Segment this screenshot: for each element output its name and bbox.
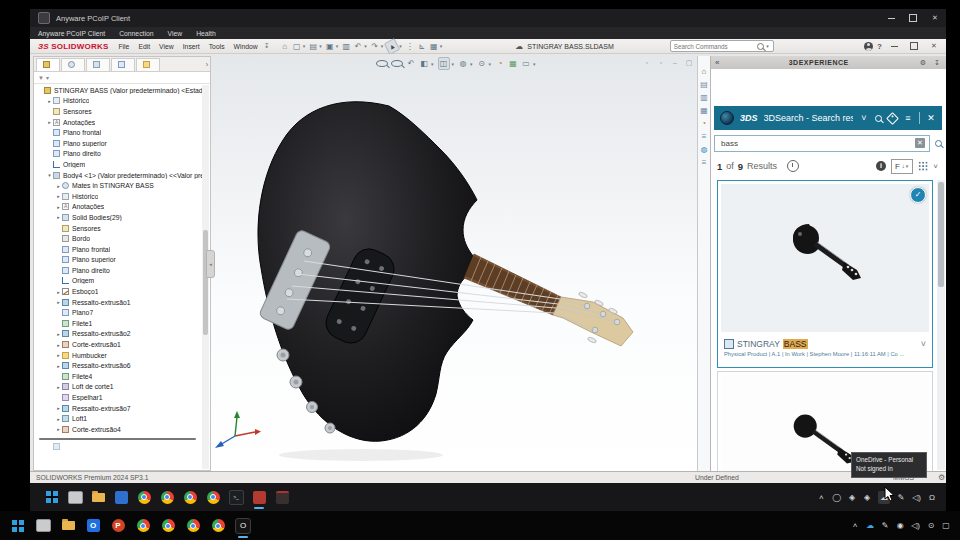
rollback-bar[interactable]	[39, 438, 196, 440]
filter-funnel-icon[interactable]: ▼	[38, 75, 44, 81]
panel-pin-icon[interactable]: ↧	[932, 57, 942, 68]
tree-item-cut-24[interactable]: ▸Corte-extrusão1	[35, 339, 202, 350]
menu-connection[interactable]: Connection	[119, 30, 153, 37]
pcoip-close-button[interactable]: ✕	[924, 9, 946, 27]
view-orientation-icon[interactable]: ◫	[438, 57, 450, 70]
tree-item-origin-7[interactable]: Origem	[35, 159, 202, 170]
menu-anyware-pcoip-client[interactable]: Anyware PCoIP Client	[38, 30, 105, 37]
appearances-tab-icon[interactable]: ◔	[700, 118, 709, 128]
mass-properties-icon[interactable]: ▦	[429, 41, 439, 52]
tree-scrollbar-thumb[interactable]	[203, 230, 208, 335]
expand-arrow[interactable]: ▸	[55, 214, 62, 220]
tree-item-extrude-26[interactable]: ▸Ressalto-extrusão6	[35, 360, 202, 371]
chrome-button-4[interactable]	[205, 489, 221, 505]
chrome-button-4[interactable]	[210, 518, 226, 534]
blue-app-button[interactable]	[113, 489, 129, 505]
tree-item-extrude-23[interactable]: ▸Ressalto-extrusão2	[35, 329, 202, 340]
tree-item-plane-4[interactable]: Plano frontal	[35, 127, 202, 138]
help-icon[interactable]: ?	[877, 42, 882, 51]
start-button[interactable]	[10, 518, 26, 534]
widget-close-icon[interactable]: ✕	[926, 113, 936, 124]
result-expand-chevron[interactable]: ˅	[921, 339, 926, 349]
outlook-button[interactable]: O	[85, 518, 101, 534]
section-view-icon-caret[interactable]: ▾	[431, 61, 434, 67]
clear-search-icon[interactable]: ✕	[915, 138, 925, 148]
tree-item-plane-17[interactable]: Plano direito	[35, 265, 202, 276]
tab-dimxpertmanager[interactable]	[111, 58, 135, 71]
tree-item-extrude-20[interactable]: ▸Ressalto-extrusão1	[35, 297, 202, 308]
pcoip-minimize-button[interactable]	[880, 9, 902, 27]
expand-arrow[interactable]: ▸	[46, 98, 53, 104]
menu-insert[interactable]: Insert	[183, 43, 200, 50]
tree-item-sens-2[interactable]: Sensores	[35, 106, 202, 117]
run-search-icon[interactable]	[935, 140, 942, 147]
expand-arrow[interactable]: ▸	[55, 416, 62, 422]
tree-item-part-8[interactable]: ▾Body4 <1> (Valor predeterminado) <<Valo…	[35, 170, 202, 181]
task-view-button[interactable]	[67, 489, 83, 505]
widget-chevron-icon[interactable]: ˅	[859, 113, 869, 124]
pen-input-icon[interactable]: ✎	[881, 520, 889, 531]
doc-restore-icon[interactable]: ▢	[684, 57, 694, 68]
user-account-icon[interactable]	[864, 42, 873, 51]
view-settings-icon[interactable]: ▭	[521, 58, 531, 69]
task-pane-scrollbar-thumb[interactable]	[938, 182, 944, 287]
expand-arrow[interactable]: ▸	[55, 384, 62, 390]
zoom-fit-icon[interactable]	[376, 60, 388, 67]
grid-view-icon[interactable]	[918, 161, 928, 171]
resources-home-tab-icon[interactable]: ⌂	[700, 66, 709, 76]
menu-pin-icon[interactable]: ↧	[264, 42, 270, 50]
doc-pane-icon[interactable]: ▫	[642, 57, 652, 68]
expand-arrow[interactable]: ▸	[55, 352, 62, 358]
expand-arrow[interactable]: ▸	[55, 183, 62, 189]
volume-icon[interactable]: ◁)	[912, 492, 921, 503]
command-search-box[interactable]: ▾	[670, 40, 774, 52]
tray-expand-icon[interactable]: ˄	[851, 520, 859, 531]
result-title-highlight[interactable]: BASS	[783, 339, 808, 349]
scene-icon[interactable]: ▦	[508, 58, 518, 69]
result-title[interactable]: STINGRAY	[737, 339, 780, 349]
tray-app2-icon[interactable]: ◈	[848, 492, 856, 503]
view-settings-icon-caret[interactable]: ▾	[533, 61, 536, 67]
expand-arrow[interactable]: ▸	[55, 331, 62, 337]
expand-arrow[interactable]: ▸	[55, 204, 62, 210]
tree-item-fillet-27[interactable]: Filete4	[35, 371, 202, 382]
file-explorer-tab-icon[interactable]: ▥	[700, 92, 709, 102]
chrome-button-2[interactable]	[160, 518, 176, 534]
tab-displaymanager[interactable]	[136, 58, 160, 71]
terminal-button[interactable]: >_	[228, 489, 244, 505]
search-scope-caret[interactable]: ▾	[766, 43, 769, 49]
volume-icon[interactable]: ◁)	[911, 520, 920, 531]
anyware-client-button[interactable]: O	[235, 518, 251, 534]
menu-health[interactable]: Health	[196, 30, 216, 37]
properties-tab-icon[interactable]: ≡	[700, 157, 709, 167]
interference-icon[interactable]: ⋮	[405, 41, 415, 52]
tab-propertymanager[interactable]	[61, 58, 85, 71]
measure-icon[interactable]: ⊾	[417, 41, 427, 52]
file-explorer-button[interactable]	[60, 518, 76, 534]
sw-restore-button[interactable]	[906, 40, 922, 52]
appearance-icon[interactable]: ◔	[495, 58, 505, 69]
open-icon-caret[interactable]: ▾	[319, 43, 322, 49]
tree-item-below-rollback[interactable]	[35, 442, 202, 453]
tab-featuremanager[interactable]	[36, 58, 60, 71]
pcoip-restore-button[interactable]	[902, 9, 924, 27]
chrome-button-3[interactable]	[185, 518, 201, 534]
tree-item-bodies-12[interactable]: ▸Solid Bodies(29)	[35, 212, 202, 223]
tree-item-fillet-22[interactable]: Filete1	[35, 318, 202, 329]
sort-dropdown[interactable]: F↓▾	[891, 159, 913, 174]
display-style-icon[interactable]: ◍	[458, 58, 468, 69]
solidworks-taskbar-button[interactable]	[251, 489, 267, 505]
pcoip-titlebar[interactable]: Anyware PCoIP Client ✕	[30, 9, 946, 27]
tree-item-material-14[interactable]: Bordo	[35, 233, 202, 244]
notifications-bell-icon[interactable]: Ω	[928, 492, 936, 503]
print-icon[interactable]: ▥	[341, 41, 351, 52]
expand-arrow[interactable]: ▸	[55, 342, 62, 348]
design-library-tab-icon[interactable]: ▤	[700, 79, 709, 89]
menu-file[interactable]: File	[118, 43, 129, 50]
expand-arrow[interactable]: ▸	[55, 363, 62, 369]
screen-clip-icon[interactable]: ▢	[942, 520, 950, 531]
tray-app3-icon[interactable]: ◈	[863, 492, 871, 503]
powerpoint-button[interactable]: P	[110, 518, 126, 534]
expand-arrow[interactable]: ▸	[55, 405, 62, 411]
tree-item-plane-16[interactable]: Plano superior	[35, 255, 202, 266]
